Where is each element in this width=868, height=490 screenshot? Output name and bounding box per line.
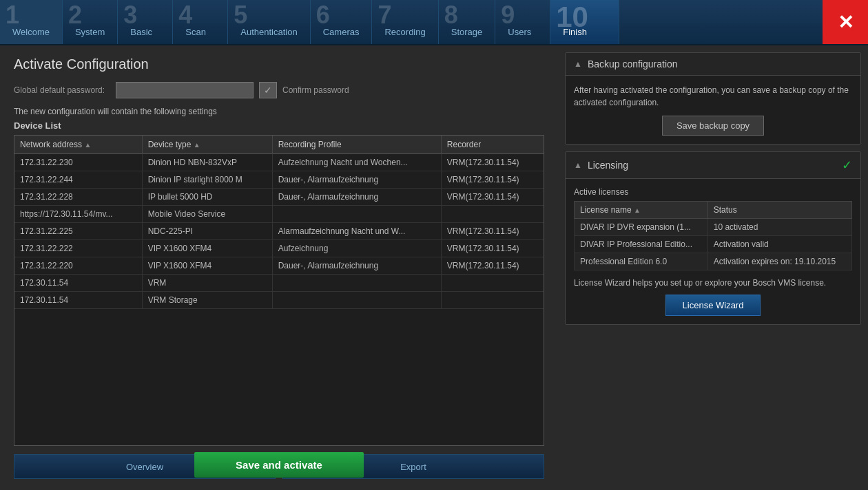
nav-basic[interactable]: 3 Basic (118, 0, 173, 44)
confirm-password-label: Confirm password (282, 85, 349, 95)
nav-cameras[interactable]: 6 Cameras (311, 0, 373, 44)
backup-collapse-icon[interactable]: ▲ (574, 59, 582, 69)
nav-welcome[interactable]: 1 Welcome (0, 0, 63, 44)
col-license-name: License name ▲ (575, 202, 708, 219)
nav-recording[interactable]: 7 Recording (372, 0, 438, 44)
cell-license-status: Activation valid (707, 236, 851, 253)
licensing-check-icon: ✓ (842, 158, 852, 173)
license-table-row: DIVAR IP DVR expansion (1... 10 activate… (575, 219, 852, 236)
password-row: Global default password: ✓ Confirm passw… (14, 82, 544, 98)
backup-section-header: ▲ Backup configuration (566, 53, 860, 76)
cell-recording-profile: Dauer-, Alarmaufzeichnung (272, 189, 441, 206)
device-table-container: Network address ▲ Device type ▲ Recordin… (14, 135, 544, 446)
cell-recording-profile: Alarmaufzeichnung Nacht und W... (272, 223, 441, 240)
license-table-body: DIVAR IP DVR expansion (1... 10 activate… (575, 219, 852, 270)
cell-recording-profile: Dauer-, Alarmaufzeichnung (272, 171, 441, 189)
cell-device-type: Mobile Video Service (142, 206, 272, 223)
col-status: Status (707, 202, 851, 219)
page-title: Activate Configuration (14, 56, 544, 72)
nav-authentication[interactable]: 5 Authentication (228, 0, 310, 44)
cell-network: 172.31.22.230 (14, 154, 142, 171)
backup-section-body: After having activated the configuration… (566, 76, 860, 144)
cell-recorder (441, 206, 544, 223)
table-row: https://172.30.11.54/mv... Mobile Video … (14, 206, 544, 223)
cell-network: 172.31.22.244 (14, 171, 142, 189)
cell-recorder: VRM(172.30.11.54) (441, 154, 544, 171)
licensing-section-title: Licensing (588, 160, 836, 171)
nav-users[interactable]: 9 Users (495, 0, 550, 44)
licensing-collapse-icon[interactable]: ▲ (574, 160, 582, 170)
cell-network: 172.31.22.225 (14, 223, 142, 240)
col-recording-profile: Recording Profile (272, 136, 441, 154)
sort-arrow-device: ▲ (194, 141, 200, 149)
cell-recording-profile (272, 275, 441, 292)
table-row: 172.31.22.228 IP bullet 5000 HD Dauer-, … (14, 189, 544, 206)
cell-network: 172.30.11.54 (14, 292, 142, 309)
cell-network: 172.30.11.54 (14, 275, 142, 292)
left-panel-inner: Activate Configuration Global default pa… (0, 45, 558, 490)
cell-recording-profile: Aufzeichnung Nacht und Wochen... (272, 154, 441, 171)
table-row: 172.31.22.244 Dinion IP starlight 8000 M… (14, 171, 544, 189)
cell-recorder: VRM(172.30.11.54) (441, 223, 544, 240)
nav-finish[interactable]: 10 Finish (550, 0, 619, 44)
cell-recording-profile (272, 206, 441, 223)
cell-device-type: VRM (142, 275, 272, 292)
col-device-type: Device type ▲ (142, 136, 272, 154)
left-panel: Activate Configuration Global default pa… (0, 45, 558, 490)
cell-device-type: VIP X1600 XFM4 (142, 257, 272, 275)
license-wizard-text: License Wizard helps you set up or explo… (574, 277, 852, 289)
close-icon: ✕ (838, 11, 854, 34)
password-input[interactable] (116, 82, 254, 98)
cell-device-type: Dinion HD NBN-832VxP (142, 154, 272, 171)
licensing-section: ▲ Licensing ✓ Active licenses License na… (565, 151, 861, 325)
cell-device-type: NDC-225-PI (142, 223, 272, 240)
nav-scan[interactable]: 4 Scan (173, 0, 228, 44)
main-content: Activate Configuration Global default pa… (0, 45, 868, 490)
cell-device-type: VIP X1600 XFM4 (142, 240, 272, 257)
license-wizard-button[interactable]: License Wizard (665, 295, 761, 316)
cell-recorder: VRM(172.30.11.54) (441, 240, 544, 257)
cell-recorder: VRM(172.30.11.54) (441, 189, 544, 206)
sort-arrow-license: ▲ (634, 206, 641, 214)
backup-section: ▲ Backup configuration After having acti… (565, 52, 861, 145)
close-button[interactable]: ✕ (823, 0, 868, 44)
cell-recorder (441, 292, 544, 309)
cell-device-type: VRM Storage (142, 292, 272, 309)
col-network-address: Network address ▲ (14, 136, 142, 154)
cell-recorder: VRM(172.30.11.54) (441, 257, 544, 275)
device-table-body: 172.31.22.230 Dinion HD NBN-832VxP Aufze… (14, 154, 544, 309)
settings-info: The new configuration will contain the f… (14, 107, 544, 116)
sort-arrow-network: ▲ (84, 141, 91, 149)
active-licenses-label: Active licenses (574, 187, 852, 197)
table-row: 172.30.11.54 VRM (14, 275, 544, 292)
table-row: 172.30.11.54 VRM Storage (14, 292, 544, 309)
col-recorder: Recorder (441, 136, 544, 154)
device-list-label: Device List (14, 120, 544, 131)
password-check-button[interactable]: ✓ (259, 82, 277, 98)
save-activate-button[interactable]: Save and activate (194, 452, 364, 478)
table-row: 172.31.22.225 NDC-225-PI Alarmaufzeichnu… (14, 223, 544, 240)
cell-network: 172.31.22.228 (14, 189, 142, 206)
table-row: 172.31.22.220 VIP X1600 XFM4 Dauer-, Ala… (14, 257, 544, 275)
password-label: Global default password: (14, 85, 110, 95)
save-backup-copy-button[interactable]: Save backup copy (662, 116, 764, 136)
table-row: 172.31.22.230 Dinion HD NBN-832VxP Aufze… (14, 154, 544, 171)
table-header-row: Network address ▲ Device type ▲ Recordin… (14, 136, 544, 154)
cell-license-name: DIVAR IP Professional Editio... (575, 236, 708, 253)
cell-recorder (441, 275, 544, 292)
cell-recording-profile (272, 292, 441, 309)
cell-device-type: IP bullet 5000 HD (142, 189, 272, 206)
device-table: Network address ▲ Device type ▲ Recordin… (14, 136, 544, 309)
cell-recording-profile: Aufzeichnung (272, 240, 441, 257)
license-table: License name ▲ Status DIVAR IP DVR expan… (574, 201, 852, 270)
nav-storage[interactable]: 8 Storage (439, 0, 496, 44)
cell-recording-profile: Dauer-, Alarmaufzeichnung (272, 257, 441, 275)
top-navigation: 1 Welcome 2 System 3 Basic 4 Scan 5 Auth… (0, 0, 868, 45)
licensing-section-body: Active licenses License name ▲ Status DI… (566, 179, 860, 324)
right-panel: ▲ Backup configuration After having acti… (558, 45, 868, 490)
cell-network: 172.31.22.220 (14, 257, 142, 275)
license-header-row: License name ▲ Status (575, 202, 852, 219)
license-table-row: Professional Edition 6.0 Activation expi… (575, 253, 852, 270)
license-table-row: DIVAR IP Professional Editio... Activati… (575, 236, 852, 253)
nav-system[interactable]: 2 System (63, 0, 118, 44)
